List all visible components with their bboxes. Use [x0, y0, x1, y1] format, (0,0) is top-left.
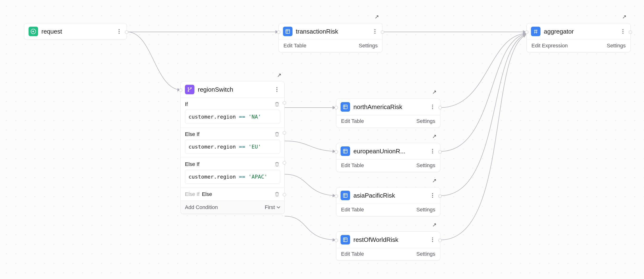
port-in[interactable]	[334, 239, 338, 242]
node-menu-button[interactable]	[116, 28, 122, 35]
port-out[interactable]	[438, 106, 442, 109]
goto-icon: ↗	[277, 72, 281, 78]
node-request[interactable]: request	[24, 23, 127, 40]
condition-expression[interactable]: customer.region == 'APAC'	[185, 170, 280, 184]
settings-link[interactable]: Settings	[416, 207, 436, 213]
svg-point-8	[622, 29, 623, 30]
port-out-condition[interactable]	[283, 131, 286, 134]
settings-link[interactable]: Settings	[416, 251, 436, 257]
svg-point-31	[432, 239, 433, 240]
port-out-else[interactable]	[283, 193, 286, 196]
hit-policy-select[interactable]: First	[265, 204, 280, 210]
svg-rect-4	[286, 30, 290, 34]
edit-table-link[interactable]: Edit Table	[341, 162, 364, 168]
svg-point-3	[118, 33, 120, 34]
edit-expression-link[interactable]: Edit Expression	[532, 42, 568, 49]
edit-table-link[interactable]: Edit Table	[341, 251, 364, 257]
port-out-condition[interactable]	[283, 101, 286, 104]
settings-link[interactable]: Settings	[416, 162, 436, 168]
goto-icon: ↗	[432, 89, 436, 95]
condition-block-else: Else If Else	[181, 188, 284, 201]
table-icon	[340, 235, 350, 244]
port-out[interactable]	[381, 30, 384, 34]
node-asiaPacificRisk[interactable]: asiaPacificRisk Edit Table Settings	[336, 187, 440, 216]
svg-rect-25	[344, 194, 348, 198]
svg-point-6	[374, 31, 375, 32]
port-out[interactable]	[438, 194, 442, 198]
node-title: request	[42, 28, 112, 35]
node-restOfWorldRisk[interactable]: restOfWorldRisk Edit Table Settings	[336, 232, 440, 261]
svg-point-28	[432, 197, 433, 198]
settings-link[interactable]: Settings	[416, 118, 436, 124]
port-in[interactable]	[179, 88, 182, 92]
branch-icon	[185, 85, 194, 94]
node-menu-button[interactable]	[429, 104, 436, 110]
else-label: Else	[202, 191, 274, 197]
input-icon	[28, 27, 38, 36]
svg-point-15	[276, 89, 277, 90]
condition-label: Else If	[185, 161, 200, 167]
node-title: northAmericaRisk	[354, 103, 426, 111]
svg-rect-17	[344, 105, 348, 109]
svg-point-13	[190, 88, 191, 88]
svg-point-10	[622, 33, 623, 34]
delete-condition-button[interactable]	[274, 191, 280, 197]
condition-block-elseif: Else If customer.region == 'EU'	[181, 128, 284, 158]
node-title: asiaPacificRisk	[354, 192, 426, 199]
port-out[interactable]	[629, 30, 632, 34]
settings-link[interactable]: Settings	[607, 42, 626, 49]
table-icon	[340, 191, 350, 200]
delete-condition-button[interactable]	[274, 131, 280, 137]
port-out-condition[interactable]	[283, 161, 286, 164]
svg-point-23	[432, 151, 433, 152]
goto-icon: ↗	[374, 14, 379, 20]
node-regionSwitch[interactable]: regionSwitch If customer.region == 'NA' …	[180, 81, 285, 214]
chevron-down-icon	[277, 206, 280, 208]
goto-icon: ↗	[622, 14, 626, 20]
condition-block-elseif: Else If customer.region == 'APAC'	[181, 158, 284, 188]
node-europeanUnionRisk[interactable]: europeanUnionR... Edit Table Settings	[336, 143, 440, 172]
edit-table-link[interactable]: Edit Table	[284, 42, 306, 49]
svg-point-9	[622, 31, 623, 32]
table-icon	[283, 27, 292, 36]
svg-point-7	[374, 33, 375, 34]
svg-point-20	[432, 108, 433, 109]
port-in[interactable]	[334, 150, 338, 154]
svg-point-5	[374, 29, 375, 30]
node-transactionRisk[interactable]: transactionRisk Edit Table Settings	[278, 23, 383, 52]
svg-point-26	[432, 193, 433, 194]
port-out[interactable]	[125, 30, 128, 34]
condition-expression[interactable]: customer.region == 'NA'	[185, 110, 280, 124]
else-prefix: Else If	[185, 191, 200, 197]
node-menu-button[interactable]	[274, 86, 280, 93]
node-menu-button[interactable]	[429, 236, 436, 243]
add-condition-button[interactable]: Add Condition	[185, 204, 218, 210]
node-menu-button[interactable]	[429, 192, 436, 199]
node-title: europeanUnionR...	[354, 148, 426, 155]
edit-table-link[interactable]: Edit Table	[341, 118, 364, 124]
port-out[interactable]	[438, 239, 442, 242]
node-northAmericaRisk[interactable]: northAmericaRisk Edit Table Settings	[336, 98, 440, 128]
node-aggregator[interactable]: aggregator Edit Expression Settings	[526, 23, 631, 52]
edit-table-link[interactable]: Edit Table	[341, 207, 364, 213]
node-menu-button[interactable]	[429, 148, 436, 154]
node-menu-button[interactable]	[372, 28, 378, 35]
svg-point-18	[432, 105, 433, 106]
svg-point-30	[432, 238, 433, 238]
delete-condition-button[interactable]	[274, 101, 280, 107]
svg-point-1	[118, 29, 120, 30]
delete-condition-button[interactable]	[274, 161, 280, 167]
settings-link[interactable]: Settings	[359, 42, 378, 49]
svg-point-24	[432, 152, 433, 154]
node-title: regionSwitch	[198, 86, 270, 93]
table-icon	[340, 146, 350, 156]
port-in[interactable]	[334, 194, 338, 198]
node-menu-button[interactable]	[620, 28, 626, 35]
hash-icon	[531, 27, 540, 36]
port-in[interactable]	[277, 30, 280, 34]
condition-expression[interactable]: customer.region == 'EU'	[185, 140, 280, 154]
svg-rect-21	[344, 149, 348, 153]
port-in[interactable]	[334, 106, 338, 109]
port-in[interactable]	[525, 30, 528, 34]
port-out[interactable]	[438, 150, 442, 154]
